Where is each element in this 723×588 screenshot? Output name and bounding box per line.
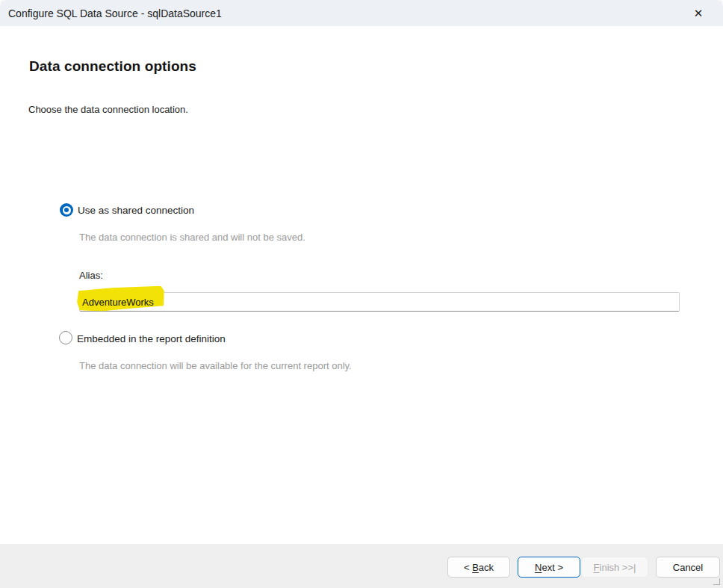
- cancel-button[interactable]: Cancel: [656, 557, 720, 578]
- close-button[interactable]: ✕: [687, 0, 710, 26]
- radio-ring: [63, 206, 71, 214]
- label-use-as-shared-connection[interactable]: Use as shared connection: [78, 205, 194, 216]
- radio-embedded-in-report-definition[interactable]: [59, 331, 72, 344]
- footer-bar: < Back Next > Finish >>| Cancel: [0, 544, 723, 588]
- alias-value: AdventureWorks: [82, 297, 154, 308]
- page-subtitle: Choose the data connection location.: [28, 104, 188, 115]
- page-title: Data connection options: [29, 58, 196, 75]
- back-button[interactable]: < Back: [447, 557, 510, 578]
- alias-input[interactable]: AdventureWorks: [79, 292, 680, 312]
- resize-grip[interactable]: [713, 578, 720, 585]
- next-button[interactable]: Next >: [518, 557, 580, 578]
- desc-embedded-in-report-definition: The data connection will be available fo…: [79, 360, 352, 371]
- titlebar: Configure SQL Data Source - sqlDataSourc…: [0, 0, 723, 26]
- radio-dot: [64, 208, 69, 212]
- window-title: Configure SQL Data Source - sqlDataSourc…: [8, 7, 222, 19]
- close-icon: ✕: [694, 7, 704, 20]
- configure-sql-data-source-dialog: Configure SQL Data Source - sqlDataSourc…: [0, 0, 723, 588]
- label-embedded-in-report-definition[interactable]: Embedded in the report definition: [77, 333, 226, 344]
- desc-use-as-shared-connection: The data connection is shared and will n…: [79, 232, 305, 243]
- finish-button[interactable]: Finish >>|: [581, 557, 648, 578]
- radio-use-as-shared-connection[interactable]: [60, 203, 73, 217]
- alias-label: Alias:: [79, 270, 103, 281]
